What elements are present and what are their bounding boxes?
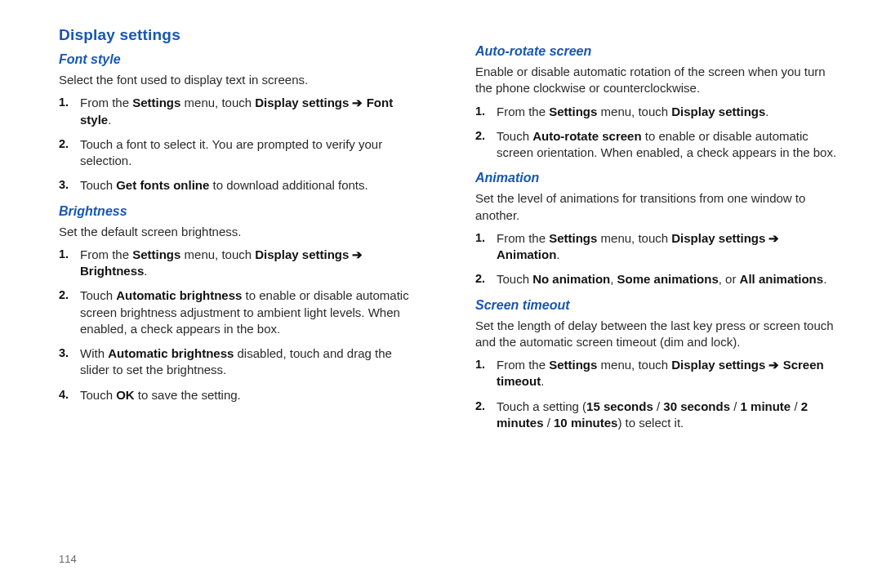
step-text: . bbox=[765, 105, 768, 118]
bold-term: Settings bbox=[549, 358, 597, 372]
step-text: From the bbox=[497, 105, 549, 118]
bold-term: Some animations bbox=[617, 272, 719, 286]
step-text: Touch bbox=[80, 178, 116, 192]
arrow-icon: ➔ bbox=[349, 247, 363, 261]
step-text: Touch bbox=[497, 272, 532, 286]
step-text: menu, touch bbox=[597, 358, 671, 372]
arrow-icon: ➔ bbox=[765, 358, 782, 372]
step-item: From the Settings menu, touch Display se… bbox=[493, 357, 838, 390]
step-text: From the bbox=[497, 358, 549, 372]
section-desc: Set the level of animations for transiti… bbox=[475, 190, 838, 224]
step-text: Touch bbox=[80, 388, 116, 402]
step-text: ) to select it. bbox=[617, 416, 684, 430]
bold-term: Display settings bbox=[671, 105, 765, 118]
step-text: Touch a setting ( bbox=[497, 399, 586, 413]
step-item: Touch No animation, Some animations, or … bbox=[493, 271, 838, 287]
step-text: . bbox=[823, 272, 826, 286]
section-desc: Set the length of delay between the last… bbox=[475, 318, 838, 351]
bold-term: Display settings bbox=[255, 96, 349, 109]
bold-term: Settings bbox=[132, 247, 180, 261]
step-item: With Automatic brightness disabled, touc… bbox=[77, 345, 421, 379]
step-item: From the Settings menu, touch Display se… bbox=[77, 95, 421, 128]
bold-term: Brightness bbox=[80, 264, 144, 278]
page-number: 114 bbox=[59, 553, 77, 565]
step-text: . bbox=[144, 264, 147, 278]
step-text: / bbox=[730, 399, 741, 413]
step-item: From the Settings menu, touch Display se… bbox=[493, 104, 838, 120]
step-text: / bbox=[791, 399, 801, 413]
arrow-icon: ➔ bbox=[349, 96, 366, 109]
step-text: to save the setting. bbox=[135, 388, 241, 402]
bold-term: Settings bbox=[549, 105, 597, 118]
bold-term: Get fonts online bbox=[116, 178, 209, 192]
page-title: Display settings bbox=[59, 26, 421, 44]
step-text: / bbox=[653, 399, 664, 413]
bold-term: Automatic brightness bbox=[108, 346, 234, 360]
step-text: / bbox=[544, 416, 555, 430]
bold-term: Display settings bbox=[671, 231, 765, 245]
section-heading-auto-rotate: Auto-rotate screen bbox=[475, 44, 838, 59]
step-text: With bbox=[80, 346, 108, 360]
bold-term: Display settings bbox=[671, 358, 765, 372]
steps-list: From the Settings menu, touch Display se… bbox=[475, 357, 838, 431]
step-item: From the Settings menu, touch Display se… bbox=[77, 247, 421, 280]
bold-term: 10 minutes bbox=[554, 416, 617, 430]
step-item: Touch Auto-rotate screen to enable or di… bbox=[493, 128, 838, 162]
step-text: , bbox=[610, 272, 617, 286]
left-column: Display settings Font style Select the f… bbox=[59, 26, 421, 565]
section-heading-brightness: Brightness bbox=[59, 204, 421, 219]
section-heading-animation: Animation bbox=[475, 171, 838, 185]
bold-term: Settings bbox=[132, 96, 180, 109]
step-text: Touch bbox=[80, 288, 116, 302]
steps-list: From the Settings menu, touch Display se… bbox=[59, 95, 421, 194]
steps-list: From the Settings menu, touch Display se… bbox=[59, 247, 421, 403]
step-text: . bbox=[108, 113, 111, 127]
step-text: From the bbox=[80, 96, 132, 109]
step-text: From the bbox=[497, 231, 549, 245]
bold-term: Automatic brightness bbox=[116, 288, 242, 302]
step-text: menu, touch bbox=[180, 247, 255, 261]
bold-term: Settings bbox=[549, 231, 597, 245]
bold-term: 1 minute bbox=[741, 399, 791, 413]
bold-term: OK bbox=[116, 388, 135, 402]
step-text: Touch a font to select it. You are promp… bbox=[80, 137, 382, 167]
bold-term: 30 seconds bbox=[663, 399, 730, 413]
steps-list: From the Settings menu, touch Display se… bbox=[475, 230, 838, 288]
step-text: Touch bbox=[497, 129, 532, 143]
manual-page: Display settings Font style Select the f… bbox=[0, 0, 882, 588]
step-text: to download additional fonts. bbox=[209, 178, 368, 192]
bold-term: Display settings bbox=[255, 247, 349, 261]
section-heading-font-style: Font style bbox=[59, 52, 421, 67]
bold-term: Auto-rotate screen bbox=[532, 129, 641, 143]
steps-list: From the Settings menu, touch Display se… bbox=[475, 104, 838, 162]
bold-term: No animation bbox=[532, 272, 610, 286]
section-desc: Select the font used to display text in … bbox=[59, 72, 421, 88]
step-text: . bbox=[541, 374, 544, 388]
step-item: Touch OK to save the setting. bbox=[77, 387, 421, 403]
section-desc: Enable or disable automatic rotation of … bbox=[475, 64, 838, 97]
step-text: . bbox=[556, 247, 559, 261]
bold-term: Animation bbox=[497, 247, 556, 261]
step-text: , or bbox=[719, 272, 740, 286]
step-text: From the bbox=[80, 247, 132, 261]
step-item: Touch a font to select it. You are promp… bbox=[77, 136, 421, 170]
step-item: Touch Get fonts online to download addit… bbox=[77, 177, 421, 194]
right-column: Auto-rotate screen Enable or disable aut… bbox=[475, 26, 838, 565]
step-text: menu, touch bbox=[597, 105, 671, 118]
bold-term: 15 seconds bbox=[586, 399, 653, 413]
step-item: Touch a setting (15 seconds / 30 seconds… bbox=[493, 399, 838, 432]
step-item: Touch Automatic brightness to enable or … bbox=[77, 287, 421, 337]
section-heading-screen-timeout: Screen timeout bbox=[475, 298, 838, 313]
step-text: menu, touch bbox=[597, 231, 671, 245]
step-item: From the Settings menu, touch Display se… bbox=[493, 230, 838, 264]
section-desc: Set the default screen brightness. bbox=[59, 224, 421, 240]
arrow-icon: ➔ bbox=[765, 231, 779, 245]
step-text: menu, touch bbox=[180, 96, 255, 109]
bold-term: All animations bbox=[740, 272, 824, 286]
